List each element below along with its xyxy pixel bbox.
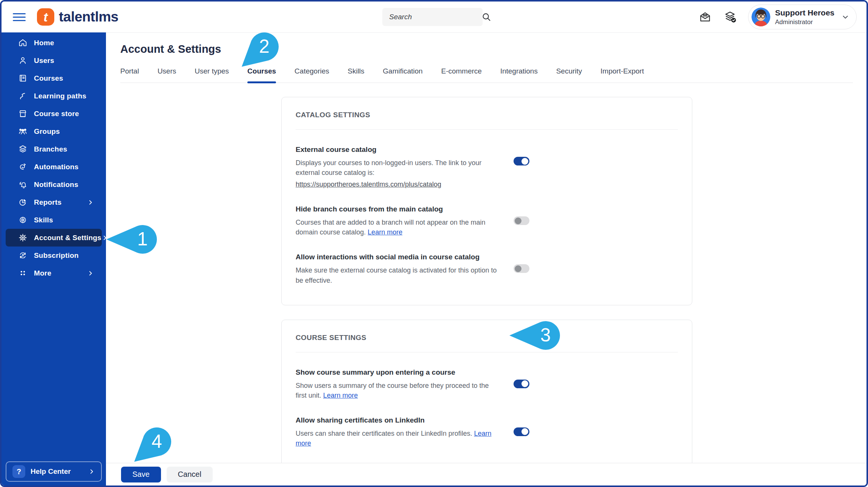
cancel-button[interactable]: Cancel <box>167 467 213 482</box>
sidebar-item-learning-paths[interactable]: Learning paths <box>2 87 106 105</box>
sidebar-item-help-center[interactable]: ? Help Center <box>6 461 102 482</box>
user-role: Administrator <box>775 18 834 26</box>
toggle-hide-branch-courses[interactable] <box>514 216 529 225</box>
setting-description: Make sure the external course catalog is… <box>296 265 499 285</box>
setting-course-summary: Show course summary upon entering a cour… <box>282 352 692 400</box>
toggle-social-media-catalog[interactable] <box>514 264 529 273</box>
sidebar-item-more[interactable]: More <box>2 264 106 282</box>
chevron-right-icon <box>87 199 94 206</box>
chevron-right-icon <box>88 468 95 475</box>
toggle-linkedin-certificates[interactable] <box>514 427 529 436</box>
setting-description: Users can share their certificates on th… <box>296 429 499 448</box>
gear-icon <box>18 233 28 242</box>
sidebar-item-users[interactable]: Users <box>2 52 106 69</box>
chevron-down-icon[interactable] <box>841 13 850 21</box>
talentlms-logo-icon: t <box>37 8 54 26</box>
setting-title: Show course summary upon entering a cour… <box>296 368 499 377</box>
main-content: Account & Settings Portal Users User typ… <box>106 32 866 485</box>
tab-ecommerce[interactable]: E-commerce <box>441 67 482 83</box>
avatar <box>751 8 770 26</box>
catalog-settings-card: CATALOG SETTINGS External course catalog… <box>281 97 692 305</box>
tab-security[interactable]: Security <box>556 67 582 83</box>
subscription-refresh-icon: $ <box>18 251 28 260</box>
bell-icon <box>18 180 28 189</box>
card-title: CATALOG SETTINGS <box>282 97 692 119</box>
tab-skills[interactable]: Skills <box>348 67 364 83</box>
tab-gamification[interactable]: Gamification <box>383 67 423 83</box>
setting-linkedin-certificates: Allow sharing certificates on LinkedIn U… <box>282 400 692 448</box>
sidebar-item-account-settings[interactable]: Account & Settings <box>6 229 102 247</box>
topbar-actions: Support Heroes Administrator <box>698 5 857 29</box>
toggle-course-summary[interactable] <box>514 380 529 388</box>
setting-external-course-catalog: External course catalog Displays your co… <box>282 130 692 189</box>
inbox-icon[interactable] <box>698 10 712 24</box>
help-icon: ? <box>12 465 25 478</box>
chevron-right-icon <box>87 270 94 277</box>
sidebar-item-notifications[interactable]: Notifications <box>2 176 106 193</box>
tab-categories[interactable]: Categories <box>294 67 329 83</box>
sidebar-item-branches[interactable]: Branches <box>2 140 106 158</box>
course-settings-card: COURSE SETTINGS Show course summary upon… <box>281 320 692 463</box>
pie-chart-icon <box>18 198 28 207</box>
learn-more-link[interactable]: Learn more <box>368 228 402 236</box>
search-icon[interactable] <box>482 12 491 22</box>
page-title: Account & Settings <box>120 43 853 55</box>
sidebar-item-course-store[interactable]: Course store <box>2 105 106 123</box>
search-input[interactable] <box>389 13 482 21</box>
more-grid-icon <box>18 268 28 278</box>
user-name: Support Heroes <box>775 8 834 17</box>
user-info: Support Heroes Administrator <box>775 8 834 26</box>
settings-tabs: Portal Users User types Courses Categori… <box>120 67 853 83</box>
tab-users[interactable]: Users <box>158 67 176 83</box>
body: Home Users Courses Learning paths Course… <box>2 32 866 485</box>
home-icon <box>18 38 28 47</box>
tab-user-types[interactable]: User types <box>195 67 229 83</box>
brain-icon <box>18 215 28 225</box>
setting-title: Hide branch courses from the main catalo… <box>296 205 499 213</box>
setting-hide-branch-courses: Hide branch courses from the main catalo… <box>282 189 692 237</box>
card-title: COURSE SETTINGS <box>282 320 692 342</box>
settings-page: Account & Settings Portal Users User typ… <box>106 33 866 463</box>
learning-path-icon <box>18 91 28 101</box>
tab-courses[interactable]: Courses <box>247 67 276 83</box>
setting-course-rating: Allow course rating Enable users to rate… <box>282 448 692 463</box>
setting-description: Courses that are added to a branch will … <box>296 217 499 237</box>
toggle-external-course-catalog[interactable] <box>514 157 529 165</box>
setting-title: Allow interactions with social media in … <box>296 253 499 261</box>
sidebar-item-reports[interactable]: Reports <box>2 193 106 211</box>
svg-text:$: $ <box>22 253 24 257</box>
sidebar-item-automations[interactable]: Automations <box>2 158 106 176</box>
sidebar: Home Users Courses Learning paths Course… <box>2 32 106 485</box>
sidebar-item-home[interactable]: Home <box>2 34 106 52</box>
learn-more-link[interactable]: Learn more <box>323 392 358 399</box>
course-stack-icon[interactable] <box>723 10 737 24</box>
user-menu[interactable]: Support Heroes Administrator <box>748 5 857 29</box>
groups-icon <box>18 127 28 136</box>
sidebar-item-courses[interactable]: Courses <box>2 69 106 87</box>
tab-integrations[interactable]: Integrations <box>500 67 538 83</box>
search-bar[interactable] <box>382 8 483 26</box>
footer-bar: Save Cancel <box>106 463 866 485</box>
tab-portal[interactable]: Portal <box>120 67 139 83</box>
setting-title: Allow sharing certificates on LinkedIn <box>296 416 499 424</box>
brand-wordmark: talentlms <box>59 9 118 25</box>
tab-import-export[interactable]: Import-Export <box>601 67 644 83</box>
branches-icon <box>18 144 28 154</box>
setting-description: Show users a summary of the course befor… <box>296 381 499 400</box>
save-button[interactable]: Save <box>121 467 161 482</box>
top-bar: t talentlms Support Heroes Administrat <box>2 2 866 32</box>
sidebar-item-skills[interactable]: Skills <box>2 211 106 229</box>
sidebar-item-subscription[interactable]: $ Subscription <box>2 247 106 264</box>
sidebar-item-groups[interactable]: Groups <box>2 123 106 140</box>
hamburger-menu-icon[interactable] <box>13 11 26 23</box>
setting-title: External course catalog <box>296 145 499 154</box>
automation-swirl-icon <box>18 162 28 172</box>
storefront-icon <box>18 109 28 118</box>
book-icon <box>18 74 28 83</box>
setting-social-media-catalog: Allow interactions with social media in … <box>282 237 692 305</box>
setting-description: Displays your courses to non-logged-in u… <box>296 158 499 189</box>
app-frame: t talentlms Support Heroes Administrat <box>0 0 868 487</box>
external-catalog-link[interactable]: https://supportheroes.talentlms.com/plus… <box>296 179 441 189</box>
users-icon <box>18 56 28 65</box>
